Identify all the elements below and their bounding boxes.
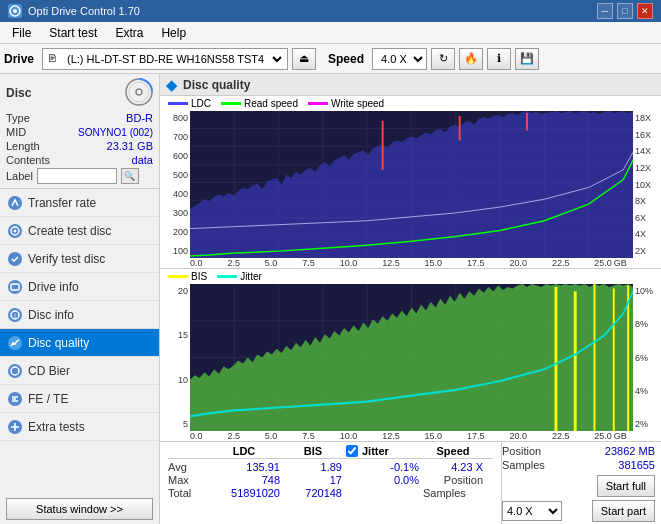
avg-row: Avg 135.91 1.89 -0.1% 4.23 X [168,461,493,473]
nav-drive-info-label: Drive info [28,280,79,294]
nav-verify-test-disc[interactable]: Verify test disc [0,245,159,273]
nav-create-test-disc-label: Create test disc [28,224,111,238]
legend-read-speed: Read speed [221,98,298,109]
disc-section: Disc Type BD-R MID SONYNO1 (002) [0,74,159,189]
legend-write-speed: Write speed [308,98,384,109]
samples-label: Samples [423,487,466,499]
legend-read-speed-label: Read speed [244,98,298,109]
transfer-rate-icon [8,196,22,210]
chart-top-legend: LDC Read speed Write speed [160,96,661,111]
top-chart-yaxis-left: 800 700 600 500 400 300 200 100 [160,111,190,258]
right-panel: ◆ Disc quality LDC Read speed Write spee… [160,74,661,524]
chart-header-icon: ◆ [166,77,177,93]
type-value: BD-R [126,112,153,124]
drive-select[interactable]: (L:) HL-DT-ST BD-RE WH16NS58 TST4 [59,48,285,70]
contents-value: data [132,154,153,166]
minimize-button[interactable]: ─ [597,3,613,19]
nav-cd-bier[interactable]: CD Bier [0,357,159,385]
legend-ldc: LDC [168,98,211,109]
disc-quality-icon [8,336,22,350]
bottom-chart-container: BIS Jitter 20 15 10 5 [160,269,661,442]
nav-drive-info[interactable]: Drive info [0,273,159,301]
position-label: Position [444,474,483,486]
top-chart-svg [190,111,633,258]
start-full-button[interactable]: Start full [597,475,655,497]
position-label-right: Position [502,445,541,457]
info-button[interactable]: ℹ [487,48,511,70]
title-bar: Opti Drive Control 1.70 ─ □ ✕ [0,0,661,22]
menu-file[interactable]: File [4,22,39,43]
svg-point-10 [11,367,19,375]
bottom-chart-area: 20 15 10 5 [160,284,661,431]
status-window-button[interactable]: Status window >> [6,498,153,520]
legend-bis: BIS [168,271,207,282]
label-input[interactable] [37,168,117,184]
maximize-button[interactable]: □ [617,3,633,19]
total-row: Total 51891020 720148 Samples [168,487,493,499]
top-chart-svg-container [190,111,633,258]
menu-extra[interactable]: Extra [107,22,151,43]
nav-transfer-rate[interactable]: Transfer rate [0,189,159,217]
mid-value: SONYNO1 (002) [78,127,153,138]
avg-label: Avg [168,461,204,473]
bottom-chart-yaxis-right: 10% 8% 6% 4% 2% [633,284,661,431]
max-bis: 17 [284,474,342,486]
svg-point-1 [13,9,17,13]
extra-tests-icon [8,420,22,434]
menu-help[interactable]: Help [153,22,194,43]
drive-label: Drive [4,52,34,66]
chart-bottom-legend: BIS Jitter [160,269,661,284]
max-ldc: 748 [208,474,280,486]
nav-disc-quality[interactable]: Disc quality [0,329,159,357]
chart-header: ◆ Disc quality [160,74,661,96]
avg-speed: 4.23 X [423,461,483,473]
save-button[interactable]: 💾 [515,48,539,70]
bottom-chart-yaxis-left: 20 15 10 5 [160,284,190,431]
start-part-button[interactable]: Start part [592,500,655,522]
jitter-checkbox[interactable] [346,445,358,457]
close-button[interactable]: ✕ [637,3,653,19]
legend-ldc-color [168,102,188,105]
total-bis: 720148 [284,487,342,499]
total-label: Total [168,487,204,499]
cd-bier-icon [8,364,22,378]
create-test-disc-icon [8,224,22,238]
disc-info-icon: i [8,308,22,322]
left-panel: Disc Type BD-R MID SONYNO1 (002) [0,74,160,524]
app-icon [8,4,22,18]
title-bar-controls: ─ □ ✕ [597,3,653,19]
contents-label: Contents [6,154,50,166]
bottom-chart-svg [190,284,633,431]
max-jitter: 0.0% [346,474,419,486]
drive-info-icon [8,280,22,294]
stats-right: Position 23862 MB Samples 381655 Start f… [501,442,661,524]
refresh-button[interactable]: ↻ [431,48,455,70]
nav-extra-tests[interactable]: Extra tests [0,413,159,441]
chart-title: Disc quality [183,78,250,92]
menu-start-test[interactable]: Start test [41,22,105,43]
samples-row: Samples [423,487,483,499]
avg-jitter: -0.1% [346,461,419,473]
nav-create-test-disc[interactable]: Create test disc [0,217,159,245]
svg-point-6 [14,229,17,232]
nav-fe-te[interactable]: FE / TE [0,385,159,413]
svg-point-3 [129,82,149,102]
max-row: Max 748 17 0.0% Position [168,474,493,486]
ldc-header: LDC [208,445,280,457]
verify-test-disc-icon [8,252,22,266]
label-edit-button[interactable]: 🔍 [121,168,139,184]
stats-area: LDC BIS Jitter Speed Avg 135.91 1.89 -0.… [160,442,661,524]
speed-dropdown[interactable]: 4.0 X [502,501,562,521]
speed-select[interactable]: 1.0 X 2.0 X 4.0 X 6.0 X 8.0 X [372,48,427,70]
label-label: Label [6,170,33,182]
top-chart-xaxis: 0.0 2.5 5.0 7.5 10.0 12.5 15.0 17.5 20.0… [160,258,661,268]
bottom-chart-xaxis: 0.0 2.5 5.0 7.5 10.0 12.5 15.0 17.5 20.0… [160,431,661,441]
svg-point-4 [136,89,142,95]
eject-button[interactable]: ⏏ [292,48,316,70]
burn-button[interactable]: 🔥 [459,48,483,70]
position-row: Position [423,474,483,486]
speed-label: Speed [328,52,364,66]
nav-cd-bier-label: CD Bier [28,364,70,378]
nav-disc-info[interactable]: i Disc info [0,301,159,329]
nav-fe-te-label: FE / TE [28,392,68,406]
